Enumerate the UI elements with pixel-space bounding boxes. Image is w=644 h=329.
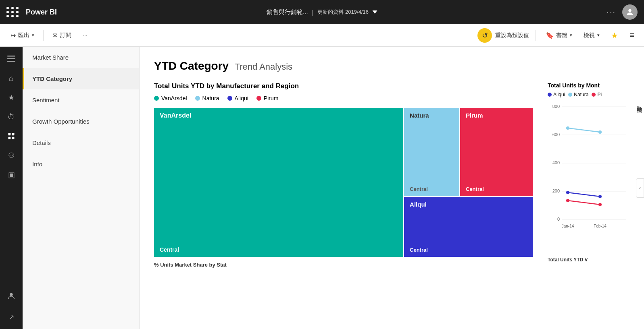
list-button[interactable]: ≡ — [626, 29, 638, 41]
export-label: 匯出 — [18, 32, 29, 39]
treemap-cell-vanarsdel[interactable]: VanArsdel Central — [154, 108, 403, 257]
treemap-cell-aliqui[interactable]: Aliqui Central — [404, 197, 533, 257]
nav-item-market-share[interactable]: Market Share — [23, 47, 139, 68]
x-label-jan14: Jan-14 — [562, 224, 574, 228]
nav-label-ytd-category: YTD Category — [32, 75, 72, 82]
treemap-legend: VanArsdel Natura Aliqui Pirum — [154, 95, 533, 101]
update-info: 更新的資料 2019/4/16 — [317, 8, 368, 16]
report-title-text: 銷售與行銷範... — [267, 8, 308, 16]
sidebar-icon-recent[interactable]: ⏱ — [2, 108, 20, 126]
toolbar: ↦ 匯出 ▾ ✉ 訂閱 ··· ↺ 重設為預設值 🔖 書籤 ▾ 檢視 ▾ ★ — [0, 24, 644, 47]
svg-rect-4 — [8, 133, 11, 136]
more-button[interactable]: ··· — [79, 30, 92, 41]
svg-point-8 — [10, 293, 13, 296]
legend-label-aliqui: Aliqui — [235, 95, 248, 101]
reset-label: 重設為預設值 — [495, 32, 529, 39]
report-header: YTD Category Trend Analysis — [154, 60, 629, 72]
top-right-actions: ··· — [606, 4, 638, 20]
treemap-natura-label: Natura — [410, 112, 429, 119]
nav-label-growth-opportunities: Growth Opportunities — [32, 118, 90, 125]
bookmark-button[interactable]: 🔖 書籤 ▾ — [542, 30, 575, 41]
sidebar-icon-profile[interactable] — [2, 287, 20, 305]
svg-point-0 — [628, 9, 631, 12]
line-natura — [568, 128, 600, 132]
subscribe-button[interactable]: ✉ 訂閱 — [48, 29, 75, 41]
nav-label-sentiment: Sentiment — [32, 97, 60, 103]
svg-rect-1 — [7, 56, 15, 57]
point-natura-2 — [598, 130, 602, 134]
treemap-aliqui-region: Central — [410, 247, 428, 253]
svg-rect-3 — [7, 61, 15, 62]
legend-pirum: Pirum — [256, 95, 279, 101]
treemap-cell-pirum[interactable]: Pirum Central — [460, 108, 533, 196]
sidebar-icon-shared[interactable]: ▣ — [2, 166, 20, 184]
legend-aliqui: Aliqui — [227, 95, 248, 101]
sidebar-icon-reports[interactable] — [2, 127, 20, 145]
nav-item-growth-opportunities[interactable]: Growth Opportunities — [23, 111, 139, 132]
treemap-cell-natura[interactable]: Natura Central — [404, 108, 459, 196]
sidebar-icon-home[interactable]: ⌂ — [2, 69, 20, 87]
collapse-button[interactable]: ‹ — [636, 178, 644, 198]
svg-rect-7 — [12, 137, 15, 139]
legend-dot-vanarsdel — [154, 96, 159, 101]
sidebar-icon-favorites[interactable]: ★ — [2, 89, 20, 106]
y-label-800: 800 — [552, 104, 560, 109]
point-pirum-1 — [566, 199, 569, 202]
legend-dot-aliqui — [227, 96, 232, 101]
legend-label-natura: Natura — [202, 95, 219, 101]
vertical-label: 顯示欄 — [636, 102, 643, 104]
y-label-200: 200 — [552, 188, 560, 193]
svg-rect-2 — [7, 58, 15, 60]
treemap-pirum-label: Pirum — [466, 112, 483, 119]
report-dropdown-icon[interactable] — [373, 10, 377, 14]
right-legend-label-natura: Natura — [574, 92, 588, 97]
app-grid-icon[interactable] — [6, 7, 19, 17]
svg-rect-6 — [8, 137, 11, 139]
main-layout: ⌂ ★ ⏱ ⚇ ▣ ↗ Market Share YTD Category Se… — [0, 47, 644, 329]
nav-item-ytd-category[interactable]: YTD Category — [23, 68, 139, 89]
nav-label-info: Info — [32, 161, 42, 168]
nav-item-details[interactable]: Details — [23, 132, 139, 153]
vertical-text-panel: 顯示欄 — [635, 87, 643, 119]
y-label-600: 600 — [552, 132, 560, 137]
view-button[interactable]: 檢視 ▾ — [580, 30, 603, 41]
chart-row: Total Units YTD by Manufacturer and Regi… — [154, 82, 629, 311]
icon-sidebar: ⌂ ★ ⏱ ⚇ ▣ ↗ — [0, 47, 23, 329]
nav-item-info[interactable]: Info — [23, 153, 139, 175]
right-chart-panel: Total Units by Mont Aliqui Natura Pi — [541, 82, 629, 311]
right-legend-label-aliqui: Aliqui — [553, 92, 565, 97]
right-chart-title: Total Units by Mont — [548, 82, 629, 89]
favorite-button[interactable]: ★ — [608, 29, 621, 42]
treemap-chart[interactable]: VanArsdel Central Natura Central Pirum — [154, 108, 533, 257]
nav-item-sentiment[interactable]: Sentiment — [23, 89, 139, 111]
reset-button[interactable]: ↺ 重設為預設值 — [477, 28, 529, 43]
toolbar-separator-1 — [43, 30, 44, 41]
legend-dot-natura — [195, 96, 200, 101]
sidebar-icon-external[interactable]: ↗ — [2, 308, 20, 326]
line-pirum — [568, 201, 600, 205]
nav-label-market-share: Market Share — [32, 54, 69, 61]
left-chart-panel: Total Units YTD by Manufacturer and Regi… — [154, 82, 533, 311]
bottom-chart-label: % Units Market Share by Stat — [154, 262, 533, 268]
point-pirum-2 — [598, 203, 602, 206]
right-legend-label-pi: Pi — [597, 92, 602, 97]
line-aliqui — [568, 192, 600, 197]
point-aliqui-2 — [598, 195, 602, 198]
more-options-button[interactable]: ··· — [606, 8, 616, 17]
right-legend-aliqui: Aliqui — [548, 92, 565, 97]
sidebar-icon-apps[interactable]: ⚇ — [2, 147, 20, 164]
legend-natura: Natura — [195, 95, 219, 101]
vertical-text-container: 顯示欄 — [635, 87, 643, 119]
sidebar-icon-hamburger[interactable] — [2, 50, 20, 68]
legend-label-vanarsdel: VanArsdel — [161, 95, 187, 101]
right-legend-pi: Pi — [592, 92, 602, 97]
subscribe-icon: ✉ — [52, 32, 58, 39]
report-info: 銷售與行銷範... | 更新的資料 2019/4/16 — [267, 8, 377, 16]
right-legend-dot-natura — [568, 93, 572, 97]
export-button[interactable]: ↦ 匯出 ▾ — [6, 29, 38, 41]
top-bar: Power BI 銷售與行銷範... | 更新的資料 2019/4/16 ··· — [0, 0, 644, 24]
list-icon: ≡ — [629, 31, 634, 40]
user-avatar[interactable] — [622, 4, 638, 20]
right-chart-legend: Aliqui Natura Pi — [548, 92, 629, 97]
treemap-vanarsdel-label: VanArsdel — [160, 112, 191, 119]
